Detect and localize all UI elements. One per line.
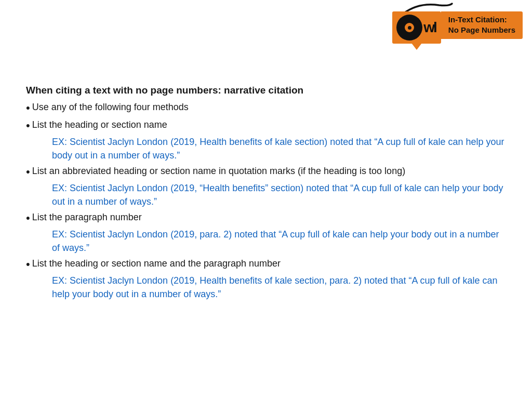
owl-wl-letters: wl (423, 19, 436, 36)
owl-pointer (411, 43, 422, 50)
bullet-dot-1: • (26, 100, 30, 116)
example-3: EX: Scientist Jaclyn London (2019, para.… (52, 228, 506, 255)
bullet-dot-4: • (26, 210, 30, 227)
bullet-text-3: List an abbreviated heading or section n… (32, 164, 506, 178)
bullet-dot-2: • (26, 118, 30, 134)
owl-eye (396, 15, 422, 41)
owl-logo: wl (392, 5, 441, 44)
example-2: EX: Scientist Jaclyn London (2019, “Heal… (52, 181, 506, 208)
main-heading: When citing a text with no page numbers:… (26, 83, 506, 98)
bullet-text-4: List the paragraph number (32, 210, 506, 224)
bullet-item-5: • List the heading or section name and t… (26, 257, 506, 273)
title-line1: In-Text Citation: (448, 15, 515, 25)
bullet-item-1: • Use any of the following four methods (26, 100, 506, 116)
bullet-item-3: • List an abbreviated heading or section… (26, 164, 506, 180)
bullet-text-5: List the heading or section name and the… (32, 257, 506, 271)
owl-badge: wl (392, 11, 441, 44)
example-4: EX: Scientist Jaclyn London (2019, Healt… (52, 274, 506, 301)
bullet-dot-5: • (26, 257, 30, 273)
title-line2: No Page Numbers (448, 25, 515, 35)
bullet-item-4: • List the paragraph number (26, 210, 506, 227)
example-1: EX: Scientist Jaclyn London (2019, Healt… (52, 135, 506, 162)
owl-eye-inner (405, 23, 414, 32)
owl-logo-area: wl In-Text Citation: No Page Numbers (392, 5, 523, 44)
bullet-item-2: • List the heading or section name (26, 118, 506, 134)
owl-pupil (408, 26, 411, 30)
main-content-area: When citing a text with no page numbers:… (26, 83, 506, 303)
bullet-text-2: List the heading or section name (32, 118, 506, 132)
bullet-dot-3: • (26, 164, 30, 180)
bullet-text-1: Use any of the following four methods (32, 100, 506, 114)
